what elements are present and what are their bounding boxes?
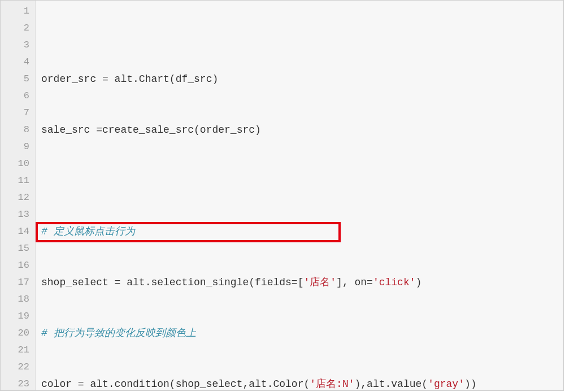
line-number: 17: [1, 274, 29, 291]
code-editor: 1 2 3 4 5 6 7 8 9 10 11 12 13 14 15 16 1…: [0, 0, 564, 391]
line-number: 22: [1, 359, 29, 376]
line-number: 11: [1, 172, 29, 189]
code-text: ], on=: [336, 277, 373, 288]
line-number: 10: [1, 155, 29, 172]
line-number: 21: [1, 342, 29, 359]
code-text: sale_src =create_sale_src(order_src): [41, 124, 261, 136]
line-number: 13: [1, 206, 29, 223]
line-number: 18: [1, 291, 29, 308]
line-number: 2: [1, 20, 29, 37]
line-number: 23: [1, 376, 29, 391]
code-text: ): [416, 277, 422, 288]
line-number: 9: [1, 138, 29, 155]
line-number: 5: [1, 71, 29, 88]
line-number: 20: [1, 325, 29, 342]
line-number: 16: [1, 257, 29, 274]
line-number-gutter: 1 2 3 4 5 6 7 8 9 10 11 12 13 14 15 16 1…: [1, 1, 36, 390]
line-number: 4: [1, 54, 29, 71]
code-text: ),alt.value(: [355, 378, 428, 390]
code-line[interactable]: # 把行为导致的变化反映到颜色上: [41, 325, 558, 342]
code-area[interactable]: order_src = alt.Chart(df_src) sale_src =…: [36, 1, 563, 390]
code-line[interactable]: sale_src =create_sale_src(order_src): [41, 121, 558, 138]
code-text: )): [464, 378, 477, 390]
line-number: 1: [1, 3, 29, 20]
comment-text: # 把行为导致的变化反映到颜色上: [41, 328, 196, 339]
code-line[interactable]: order_src = alt.Chart(df_src): [41, 71, 558, 88]
code-line[interactable]: shop_select = alt.selection_single(field…: [41, 274, 558, 291]
code-text: color = alt.condition(shop_select,alt.Co…: [41, 378, 310, 390]
string-literal: 'click': [373, 277, 416, 288]
line-number: 6: [1, 88, 29, 104]
line-number: 3: [1, 37, 29, 54]
comment-text: # 定义鼠标点击行为: [41, 226, 135, 237]
line-number: 19: [1, 308, 29, 325]
line-number: 14: [1, 223, 29, 240]
string-literal: '店名:N': [310, 378, 354, 390]
string-literal: '店名': [303, 277, 336, 288]
code-text: order_src = alt.Chart(df_src): [41, 73, 218, 85]
code-line[interactable]: # 定义鼠标点击行为: [41, 223, 558, 240]
code-line[interactable]: [41, 172, 558, 189]
line-number: 7: [1, 104, 29, 121]
line-number: 8: [1, 121, 29, 138]
string-literal: 'gray': [428, 378, 464, 390]
line-number: 12: [1, 189, 29, 206]
line-number: 15: [1, 240, 29, 257]
code-text: shop_select = alt.selection_single(field…: [41, 277, 303, 288]
code-line[interactable]: color = alt.condition(shop_select,alt.Co…: [41, 376, 558, 391]
